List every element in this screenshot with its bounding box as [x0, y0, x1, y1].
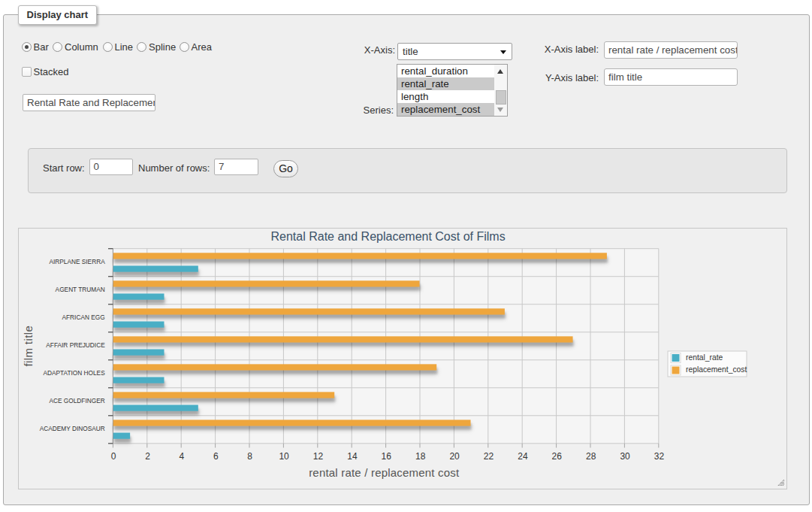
svg-text:12: 12: [313, 451, 324, 462]
svg-text:32: 32: [654, 451, 665, 462]
svg-text:0: 0: [111, 451, 116, 462]
svg-text:rental rate / replacement cost: rental rate / replacement cost: [309, 466, 460, 479]
svg-text:22: 22: [484, 451, 494, 462]
svg-text:AGENT TRUMAN: AGENT TRUMAN: [56, 286, 105, 293]
svg-text:24: 24: [518, 451, 528, 462]
svg-text:20: 20: [449, 451, 460, 462]
svg-text:AIRPLANE SIERRA: AIRPLANE SIERRA: [49, 258, 105, 265]
svg-text:ADAPTATION HOLES: ADAPTATION HOLES: [43, 369, 105, 377]
svg-text:2: 2: [145, 451, 150, 462]
svg-text:14: 14: [347, 451, 358, 462]
svg-text:ACE GOLDFINGER: ACE GOLDFINGER: [49, 397, 104, 404]
svg-text:30: 30: [620, 451, 630, 462]
svg-text:AFFAIR PREJUDICE: AFFAIR PREJUDICE: [46, 341, 105, 349]
svg-text:film title: film title: [22, 326, 35, 367]
svg-text:AFRICAN EGG: AFRICAN EGG: [62, 314, 105, 321]
svg-text:28: 28: [586, 451, 596, 462]
svg-text:rental_rate: rental_rate: [686, 353, 723, 362]
svg-text:16: 16: [382, 451, 392, 462]
svg-text:26: 26: [552, 451, 563, 462]
svg-text:Rental Rate and Replacement Co: Rental Rate and Replacement Cost of Film…: [271, 230, 506, 243]
svg-text:10: 10: [279, 451, 289, 462]
svg-text:4: 4: [180, 451, 185, 462]
svg-text:replacement_cost: replacement_cost: [686, 365, 747, 374]
svg-text:ACADEMY DINOSAUR: ACADEMY DINOSAUR: [40, 425, 105, 432]
svg-text:18: 18: [415, 451, 426, 462]
svg-text:8: 8: [247, 451, 252, 462]
svg-text:6: 6: [213, 451, 219, 462]
